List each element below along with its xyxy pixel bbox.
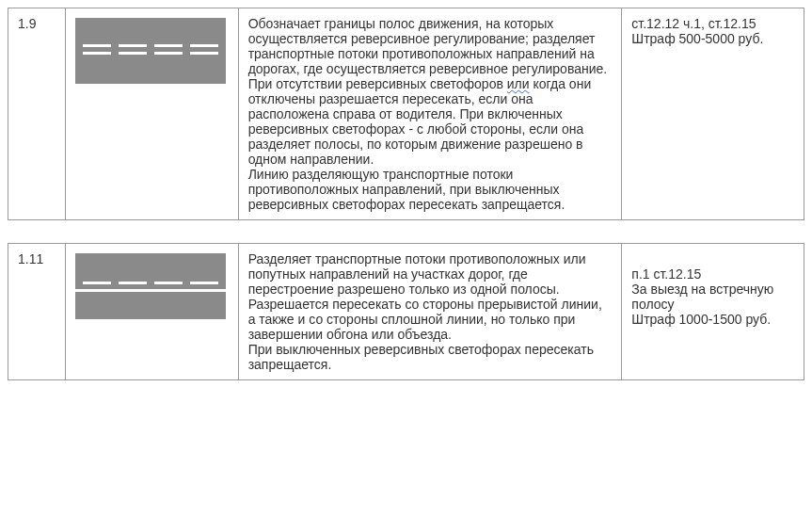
table-row: 1.9 Обозначает границы полос движения, н… (8, 8, 804, 220)
road-rules-table-2: 1.11 Разделяет транспортные потоки проти… (8, 243, 804, 380)
penalty-cell: ст.12.12 ч.1, ст.12.15 Штраф 500-5000 ру… (622, 8, 804, 220)
description-paragraph: При выключенных реверсивных светофорах п… (248, 342, 613, 372)
rule-number: 1.11 (18, 251, 43, 266)
description-paragraph: Линию разделяющую транспортные потоки пр… (248, 167, 613, 212)
penalty-fine: Штраф 1000-1500 руб. (631, 312, 771, 327)
table-row: 1.11 Разделяет транспортные потоки проти… (8, 244, 804, 380)
rule-number: 1.9 (18, 16, 36, 31)
description-paragraph: Обозначает границы полос движения, на ко… (248, 16, 613, 167)
road-rules-table-1: 1.9 Обозначает границы полос движения, н… (8, 8, 804, 220)
rule-number-cell: 1.11 (8, 244, 66, 380)
description-cell: Обозначает границы полос движения, на ко… (238, 8, 622, 220)
spellcheck-word: или (507, 76, 530, 91)
penalty-fine: Штраф 500-5000 руб. (631, 31, 763, 46)
penalty-reason: За выезд на встречную полосу (631, 282, 773, 312)
penalty-article: п.1 ст.12.15 (631, 266, 701, 282)
penalty-cell: п.1 ст.12.15 За выезд на встречную полос… (622, 244, 804, 380)
description-cell: Разделяет транспортные потоки противопол… (238, 244, 622, 380)
penalty-article: ст.12.12 ч.1, ст.12.15 (631, 16, 756, 31)
rule-number-cell: 1.9 (8, 8, 66, 220)
road-marking-1-9-icon (75, 18, 226, 84)
table-gap (8, 220, 804, 243)
road-marking-1-11-icon (75, 253, 226, 319)
description-paragraph: Разделяет транспортные потоки противопол… (248, 251, 613, 342)
sign-cell (66, 244, 238, 380)
sign-cell (66, 8, 238, 220)
